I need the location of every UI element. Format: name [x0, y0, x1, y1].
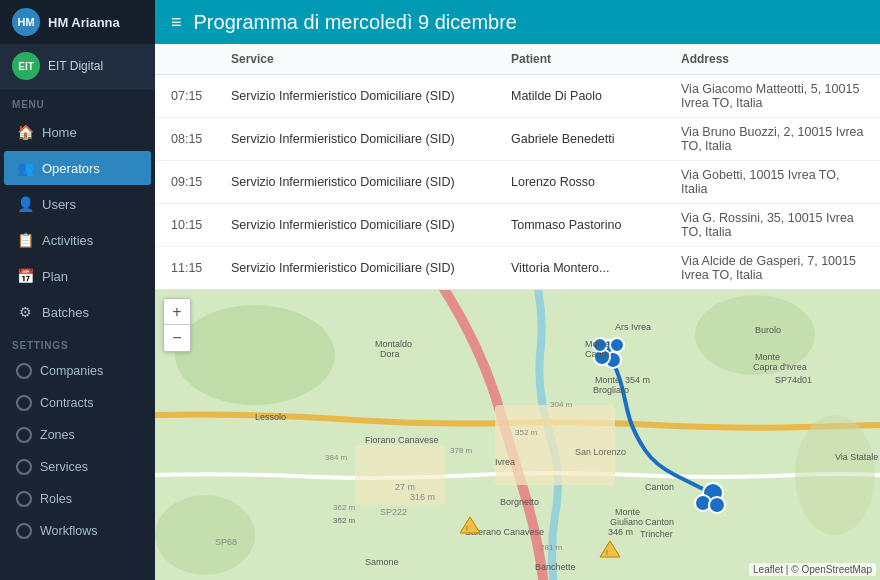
settings-item-workflows[interactable]: Workflows	[4, 516, 151, 546]
services-dot	[16, 459, 32, 475]
map-credit: Leaflet | © OpenStreetMap	[749, 563, 876, 576]
menu-section-label: MENU	[0, 89, 155, 114]
settings-item-services[interactable]: Services	[4, 452, 151, 482]
time-cell: 09:15	[171, 175, 231, 189]
hamburger-icon[interactable]: ≡	[171, 12, 182, 33]
svg-text:Via Statale: Via Statale	[835, 452, 878, 462]
zoom-out-button[interactable]: −	[164, 325, 190, 351]
svg-text:Ivrea: Ivrea	[495, 457, 515, 467]
org-name: EIT Digital	[48, 59, 103, 73]
sidebar-item-home[interactable]: 🏠 Home	[4, 115, 151, 149]
address-cell: Via Gobetti, 10015 Ivrea TO, Italia	[681, 168, 864, 196]
address-cell: Via G. Rossini, 35, 10015 Ivrea TO, Ital…	[681, 211, 864, 239]
patient-cell: Tommaso Pastorino	[511, 218, 681, 232]
org-row[interactable]: EIT EIT Digital	[0, 44, 155, 89]
service-cell: Servizio Infermieristico Domiciliare (SI…	[231, 89, 511, 103]
svg-text:!: !	[466, 525, 468, 532]
svg-point-10	[610, 338, 624, 352]
zoom-in-button[interactable]: +	[164, 299, 190, 325]
svg-text:Monte: Monte	[755, 352, 780, 362]
table-header: Service Patient Address	[155, 44, 880, 75]
workflows-dot	[16, 523, 32, 539]
app-name: HM Arianna	[48, 15, 120, 30]
page-title: Programma di mercoledì 9 dicembre	[194, 11, 517, 34]
address-cell: Via Giacomo Matteotti, 5, 10015 Ivrea TO…	[681, 82, 864, 110]
svg-text:!: !	[606, 549, 608, 556]
svg-text:384 m: 384 m	[325, 453, 348, 462]
svg-text:281 m: 281 m	[540, 543, 563, 552]
org-avatar: EIT	[12, 52, 40, 80]
svg-text:Fiorano Canavese: Fiorano Canavese	[365, 435, 439, 445]
sidebar-header: HM HM Arianna	[0, 0, 155, 44]
table-row[interactable]: 10:15 Servizio Infermieristico Domicilia…	[155, 204, 880, 247]
table-row[interactable]: 11:15 Servizio Infermieristico Domicilia…	[155, 247, 880, 289]
contracts-dot	[16, 395, 32, 411]
sidebar-item-operators[interactable]: 👥 Operators	[4, 151, 151, 185]
settings-item-contracts[interactable]: Contracts	[4, 388, 151, 418]
operators-icon: 👥	[16, 159, 34, 177]
svg-text:Capra: Capra	[585, 349, 610, 359]
settings-item-workflows-label: Workflows	[40, 524, 97, 538]
settings-item-zones[interactable]: Zones	[4, 420, 151, 450]
svg-text:Trincher: Trincher	[640, 529, 673, 539]
settings-item-roles[interactable]: Roles	[4, 484, 151, 514]
address-cell: Via Alcide de Gasperi, 7, 10015 Ivrea TO…	[681, 254, 864, 282]
svg-text:Burolo: Burolo	[755, 325, 781, 335]
settings-item-contracts-label: Contracts	[40, 396, 94, 410]
svg-point-4	[155, 495, 255, 575]
table-row[interactable]: 09:15 Servizio Infermieristico Domicilia…	[155, 161, 880, 204]
patient-cell: Lorenzo Rosso	[511, 175, 681, 189]
activities-icon: 📋	[16, 231, 34, 249]
svg-text:Canton: Canton	[645, 517, 674, 527]
map-container[interactable]: Lessolo Fiorano Canavese Salerano Canave…	[155, 290, 880, 580]
svg-text:SP74d01: SP74d01	[775, 375, 812, 385]
service-cell: Servizio Infermieristico Domiciliare (SI…	[231, 132, 511, 146]
patient-cell: Matilde Di Paolo	[511, 89, 681, 103]
svg-point-14	[709, 497, 725, 513]
svg-text:Dora: Dora	[380, 349, 400, 359]
zones-dot	[16, 427, 32, 443]
svg-text:27 m: 27 m	[395, 482, 415, 492]
svg-text:304 m: 304 m	[550, 400, 573, 409]
sidebar-item-batches[interactable]: ⚙ Batches	[4, 295, 151, 329]
sidebar-item-activities[interactable]: 📋 Activities	[4, 223, 151, 257]
svg-text:Monte: Monte	[595, 375, 620, 385]
service-cell: Servizio Infermieristico Domiciliare (SI…	[231, 175, 511, 189]
topbar: ≡ Programma di mercoledì 9 dicembre	[155, 0, 880, 44]
sidebar-item-users[interactable]: 👤 Users	[4, 187, 151, 221]
svg-point-1	[175, 305, 335, 405]
sidebar-item-plan[interactable]: 📅 Plan	[4, 259, 151, 293]
address-cell: Via Bruno Buozzi, 2, 10015 Ivrea TO, Ita…	[681, 125, 864, 153]
svg-text:SP68: SP68	[215, 537, 237, 547]
svg-text:Samone: Samone	[365, 557, 399, 567]
map-controls: + −	[163, 298, 191, 352]
schedule-section: Service Patient Address 07:15 Servizio I…	[155, 44, 880, 290]
svg-text:316 m: 316 m	[410, 492, 435, 502]
svg-text:Monte: Monte	[585, 339, 610, 349]
svg-text:San Lorenzo: San Lorenzo	[575, 447, 626, 457]
service-cell: Servizio Infermieristico Domiciliare (SI…	[231, 261, 511, 275]
main-content: ≡ Programma di mercoledì 9 dicembre Serv…	[155, 0, 880, 580]
svg-text:346 m: 346 m	[608, 527, 633, 537]
time-cell: 11:15	[171, 261, 231, 275]
batches-icon: ⚙	[16, 303, 34, 321]
time-cell: 08:15	[171, 132, 231, 146]
app-avatar: HM	[12, 8, 40, 36]
svg-point-3	[795, 415, 875, 535]
leaflet-credit: Leaflet	[753, 564, 783, 575]
svg-text:Borgnetto: Borgnetto	[500, 497, 539, 507]
settings-section-label: SETTINGS	[0, 330, 155, 355]
map-svg: Lessolo Fiorano Canavese Salerano Canave…	[155, 290, 880, 580]
settings-item-companies[interactable]: Companies	[4, 356, 151, 386]
users-icon: 👤	[16, 195, 34, 213]
address-col-header: Address	[681, 52, 864, 66]
sidebar-item-operators-label: Operators	[42, 161, 100, 176]
table-row[interactable]: 08:15 Servizio Infermieristico Domicilia…	[155, 118, 880, 161]
sidebar-item-home-label: Home	[42, 125, 77, 140]
companies-dot	[16, 363, 32, 379]
svg-text:Brogliaro: Brogliaro	[593, 385, 629, 395]
settings-item-companies-label: Companies	[40, 364, 103, 378]
settings-item-zones-label: Zones	[40, 428, 75, 442]
svg-text:Giuliano: Giuliano	[610, 517, 643, 527]
table-row[interactable]: 07:15 Servizio Infermieristico Domicilia…	[155, 75, 880, 118]
